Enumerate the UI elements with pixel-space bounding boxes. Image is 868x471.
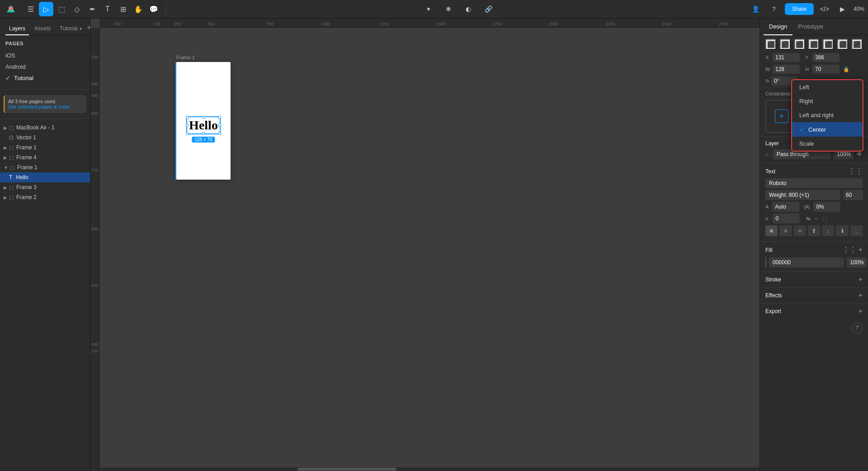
font-name-input[interactable]	[765, 178, 863, 188]
text-options-icon[interactable]: ⋮⋮	[848, 167, 863, 176]
shape-tool[interactable]: ◇	[70, 2, 84, 16]
fill-color-swatch[interactable]	[765, 257, 766, 268]
menu-button[interactable]: ☰	[24, 2, 38, 16]
add-export-button[interactable]: +	[859, 307, 863, 315]
divider-2	[0, 119, 90, 119]
text-valign-top[interactable]: ⬆	[808, 225, 820, 236]
link-icon[interactable]: 🔗	[481, 2, 495, 16]
layer-item-frame1b[interactable]: ▼ ⬚ Frame 1	[0, 162, 90, 172]
h-input[interactable]	[812, 65, 840, 74]
line-height-input[interactable]	[773, 214, 800, 224]
resize-handle-br[interactable]	[218, 132, 221, 135]
align-right-button[interactable]: ⬛	[794, 39, 805, 50]
page-item-tutorial[interactable]: ✓ Tutorial	[0, 72, 90, 84]
select-tool[interactable]: ▷	[39, 2, 53, 16]
layer-item-frame4[interactable]: ▶ ⬚ Frame 4	[0, 152, 90, 162]
effects-section: Effects +	[760, 287, 868, 303]
text-valign-center[interactable]: ↕	[822, 225, 834, 236]
dropdown-item-left-right[interactable]: Left and right	[792, 108, 863, 122]
distribute-button[interactable]: ⬛	[852, 39, 863, 50]
tab-assets[interactable]: Assets	[31, 23, 54, 35]
tab-prototype[interactable]: Prototype	[793, 19, 829, 35]
canvas-scrollbar-h[interactable]	[99, 467, 760, 471]
resize-handle-tm[interactable]	[202, 116, 205, 119]
scrollbar-thumb[interactable]	[297, 468, 396, 471]
x-input[interactable]	[773, 53, 800, 62]
fill-options-icon[interactable]: ⋮⋮	[842, 246, 857, 254]
code-icon[interactable]: </>	[817, 2, 832, 16]
layer-item-frame3[interactable]: ▶ ⬚ Frame 3	[0, 182, 90, 192]
canvas-area[interactable]: -250 131 259 500 750 1000 1250 1500 1750…	[90, 19, 760, 471]
help-icon[interactable]: ?	[767, 2, 781, 16]
text-valign-bottom[interactable]: ⬇	[836, 225, 848, 236]
frame-tool[interactable]: ⬚	[54, 2, 69, 16]
resize-handle-bl[interactable]	[186, 132, 189, 135]
layer-item-frame2[interactable]: ▶ ⬚ Frame 2	[0, 192, 90, 202]
align-bottom-button[interactable]: ⬛	[837, 39, 848, 50]
resize-handle-ml[interactable]	[186, 124, 189, 127]
dropdown-item-left[interactable]: Left	[792, 80, 863, 94]
page-item-ios[interactable]: iOS	[0, 50, 90, 61]
layer-item-frame1a[interactable]: ▶ ⬚ Frame 1	[0, 143, 90, 152]
text-tool[interactable]: T	[100, 2, 115, 16]
ruler-mark: 2000	[549, 22, 558, 27]
align-left-button[interactable]: ⬛	[765, 39, 776, 50]
fill-opacity-input[interactable]	[847, 257, 867, 267]
auto-height-input[interactable]	[772, 202, 799, 212]
avatar-icon[interactable]: 👤	[749, 2, 763, 16]
style-icon[interactable]: ❋	[441, 2, 456, 16]
text-align-left[interactable]: ≡	[765, 225, 778, 236]
text-more-options[interactable]: …	[850, 225, 863, 236]
constraint-dropdown[interactable]: Left Right Left and right ✓ Center Scale	[791, 79, 863, 152]
resize-handle-tl[interactable]	[186, 116, 189, 119]
font-size-input[interactable]	[843, 190, 863, 200]
app-logo[interactable]	[4, 2, 18, 16]
resize-handle-bm[interactable]	[202, 132, 205, 135]
font-weight-input[interactable]	[765, 190, 840, 200]
theme-icon[interactable]: ◐	[461, 2, 476, 16]
dropdown-item-center[interactable]: ✓ Center	[792, 122, 863, 137]
hand-tool[interactable]: ✋	[131, 2, 146, 16]
add-fill-button[interactable]: +	[859, 246, 863, 254]
tab-tutorial[interactable]: Tutorial ▾	[56, 23, 85, 34]
add-effect-button[interactable]: +	[859, 291, 863, 300]
visibility-toggle[interactable]: 👁	[856, 151, 863, 158]
export-section-title: Export	[765, 308, 781, 314]
align-center-v-button[interactable]: ⬛	[823, 39, 834, 50]
resize-handle-mr[interactable]	[218, 124, 221, 127]
letter-spacing-input[interactable]	[813, 202, 840, 212]
fill-row: 👁 −	[765, 257, 863, 268]
resize-handle-tr[interactable]	[218, 116, 221, 119]
comment-tool[interactable]: 💬	[146, 2, 161, 16]
help-icon-bottom[interactable]: ?	[852, 323, 863, 333]
chevron-icon: ▶	[4, 145, 7, 150]
pen-tool[interactable]: ✒	[85, 2, 99, 16]
zoom-level[interactable]: 40%	[854, 6, 864, 12]
ruler-mark: 2250	[606, 22, 615, 27]
layer-item-hello[interactable]: T Hello	[0, 172, 90, 182]
assets-tool[interactable]: ⊞	[116, 2, 130, 16]
page-item-android[interactable]: Android	[0, 61, 90, 72]
y-input[interactable]	[812, 53, 840, 62]
frame-box[interactable]: Hello 128 × 70	[176, 62, 231, 180]
dropdown-item-right[interactable]: Right	[792, 94, 863, 108]
text-align-right[interactable]: ≡	[794, 225, 806, 236]
ruler-mark: -250	[113, 22, 121, 27]
lock-icon[interactable]: 🔒	[843, 67, 849, 72]
add-stroke-button[interactable]: +	[859, 276, 863, 284]
text-align-center[interactable]: ≡	[779, 225, 792, 236]
component-icon[interactable]: ✦	[421, 2, 436, 16]
w-input[interactable]	[773, 65, 800, 74]
tab-design[interactable]: Design	[764, 19, 793, 35]
upgrade-link[interactable]: Get unlimited pages & more	[8, 104, 83, 109]
dropdown-item-scale[interactable]: Scale	[792, 137, 863, 151]
present-icon[interactable]: ▶	[835, 2, 850, 16]
layer-item-macbook[interactable]: ▶ ⬚ MacBook Air - 1	[0, 123, 90, 133]
tab-layers[interactable]: Layers	[5, 23, 29, 35]
layer-item-vector1[interactable]: ⬡ Vector 1	[0, 133, 90, 143]
fill-hex-input[interactable]	[769, 257, 844, 267]
hello-text-box[interactable]: Hello 128 × 70	[186, 116, 221, 134]
share-button[interactable]: Share	[785, 3, 814, 15]
align-center-h-button[interactable]: ⬛	[780, 39, 791, 50]
align-top-button[interactable]: ⬛	[808, 39, 819, 50]
